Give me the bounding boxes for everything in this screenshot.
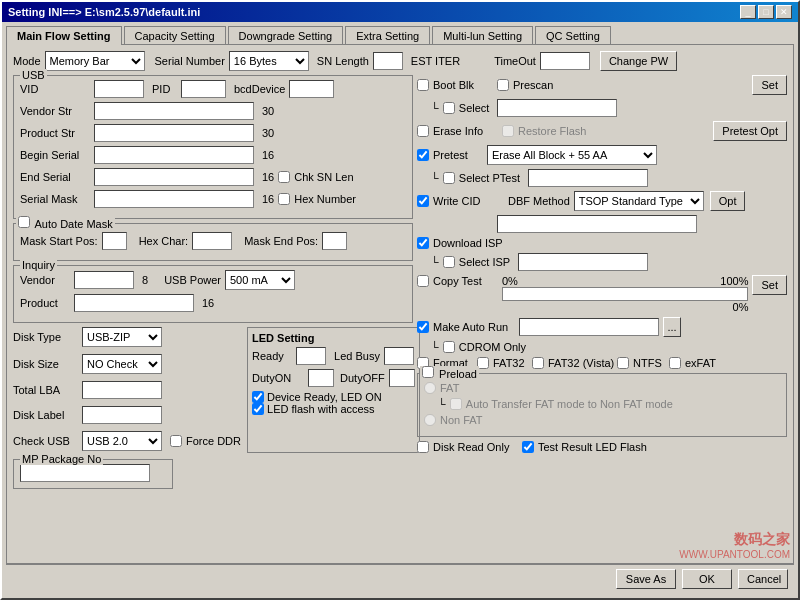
usb-power-label: USB Power	[164, 274, 221, 286]
preload-checkbox[interactable]	[422, 366, 434, 378]
end-serial-input[interactable]: AA040127999999999	[94, 168, 254, 186]
dbf-method-select[interactable]: TSOP Standard Type	[574, 191, 704, 211]
led-busy-input[interactable]: 48	[384, 347, 414, 365]
tab-qc[interactable]: QC Setting	[535, 26, 611, 45]
total-lba-label: Total LBA	[13, 384, 78, 396]
mask-start-pos-input[interactable]: 3	[102, 232, 127, 250]
test-result-led-flash-checkbox[interactable]	[522, 441, 534, 453]
ok-button[interactable]: OK	[682, 569, 732, 589]
non-fat-label: Non FAT	[440, 414, 483, 426]
main-content: Main Flow Setting Capacity Setting Downg…	[2, 22, 798, 597]
tab-main-flow[interactable]: Main Flow Setting	[6, 26, 122, 45]
chk-sn-len-checkbox[interactable]	[278, 171, 290, 183]
led-ready-input[interactable]: 3	[296, 347, 326, 365]
inquiry-vendor-input[interactable]: SMI	[74, 271, 134, 289]
mask-start-pos-label: Mask Start Pos:	[20, 235, 98, 247]
non-fat-radio[interactable]	[424, 414, 436, 426]
cdrom-only-checkbox[interactable]	[443, 341, 455, 353]
force-ddr-label: Force DDR	[186, 435, 241, 447]
led-duty-off-input[interactable]: 0	[389, 369, 415, 387]
maximize-button[interactable]: □	[758, 5, 774, 19]
auto-date-mask-checkbox[interactable]	[18, 216, 30, 228]
tab-capacity[interactable]: Capacity Setting	[124, 26, 226, 45]
ntfs-checkbox[interactable]	[617, 357, 629, 369]
serial-mask-input[interactable]: AA#############	[94, 190, 254, 208]
disk-label-input[interactable]: TWSD	[82, 406, 162, 424]
pretest-checkbox[interactable]	[417, 149, 429, 161]
make-auto-run-label: Make Auto Run	[433, 321, 515, 333]
hex-char-input[interactable]	[192, 232, 232, 250]
select-label: Select	[459, 102, 490, 114]
select-input[interactable]	[497, 99, 617, 117]
pretest-opt-button[interactable]: Pretest Opt	[713, 121, 787, 141]
download-isp-checkbox[interactable]	[417, 237, 429, 249]
set-button[interactable]: Set	[752, 75, 787, 95]
tab-multi-lun[interactable]: Multi-lun Setting	[432, 26, 533, 45]
pretest-select[interactable]: Erase All Block + 55 AA	[487, 145, 657, 165]
select-checkbox[interactable]	[443, 102, 455, 114]
check-usb-select[interactable]: USB 2.0	[82, 431, 162, 451]
mp-package-input[interactable]: M1004v1	[20, 464, 150, 482]
bcd-device-input[interactable]: 1100	[289, 80, 334, 98]
boot-blk-checkbox[interactable]	[417, 79, 429, 91]
select-isp-input[interactable]	[518, 253, 648, 271]
restore-flash-checkbox[interactable]	[502, 125, 514, 137]
tab-extra[interactable]: Extra Setting	[345, 26, 430, 45]
erase-info-checkbox[interactable]	[417, 125, 429, 137]
inquiry-vendor-row: Vendor SMI 8 USB Power 500 mA	[20, 270, 406, 290]
timeout-input[interactable]: 10000	[540, 52, 590, 70]
pid-input[interactable]: 1000	[181, 80, 226, 98]
select-ptest-row: └ Select PTest	[431, 169, 787, 187]
set-copy-button[interactable]: Set	[752, 275, 787, 295]
vendor-str-input[interactable]: SMI Corporation	[94, 102, 254, 120]
led-flash-access-checkbox[interactable]	[252, 403, 264, 415]
led-ready-label: Ready	[252, 350, 292, 362]
hex-number-checkbox[interactable]	[278, 193, 290, 205]
make-auto-run-checkbox[interactable]	[417, 321, 429, 333]
auto-transfer-label: Auto Transfer FAT mode to Non FAT mode	[466, 398, 673, 410]
begin-serial-row: Begin Serial AA000000000010744 16	[20, 146, 406, 164]
mask-end-pos-input[interactable]: 10	[322, 232, 347, 250]
tab-downgrade[interactable]: Downgrade Setting	[228, 26, 344, 45]
select-ptest-checkbox[interactable]	[443, 172, 455, 184]
inquiry-product-row: Product USB DISK 16	[20, 294, 406, 312]
disk-size-select[interactable]: NO Check	[82, 354, 162, 374]
write-cid-extra-input[interactable]	[497, 215, 697, 233]
vendor-str-label: Vendor Str	[20, 105, 90, 117]
led-duty-on-input[interactable]: 0	[308, 369, 334, 387]
change-pw-button[interactable]: Change PW	[600, 51, 677, 71]
disk-type-select[interactable]: USB-ZIP	[82, 327, 162, 347]
prescan-checkbox[interactable]	[497, 79, 509, 91]
force-ddr-checkbox[interactable]	[170, 435, 182, 447]
total-lba-input[interactable]: 0	[82, 381, 162, 399]
device-ready-led-on-checkbox[interactable]	[252, 391, 264, 403]
select-isp-checkbox[interactable]	[443, 256, 455, 268]
inquiry-product-input[interactable]: USB DISK	[74, 294, 194, 312]
write-cid-checkbox[interactable]	[417, 195, 429, 207]
serial-number-select[interactable]: 16 Bytes	[229, 51, 309, 71]
cancel-button[interactable]: Cancel	[738, 569, 788, 589]
make-auto-run-input[interactable]: E:\3257enit\x64DBC.ISO	[519, 318, 659, 336]
auto-transfer-checkbox[interactable]	[450, 398, 462, 410]
copy-test-checkbox[interactable]	[417, 275, 429, 287]
usb-power-select[interactable]: 500 mA	[225, 270, 295, 290]
disk-read-only-checkbox[interactable]	[417, 441, 429, 453]
make-auto-run-browse-button[interactable]: ...	[663, 317, 681, 337]
exfat-checkbox[interactable]	[669, 357, 681, 369]
sn-length-input[interactable]: 16	[373, 52, 403, 70]
close-button[interactable]: ✕	[776, 5, 792, 19]
download-isp-label: Download ISP	[433, 237, 503, 249]
begin-serial-input[interactable]: AA000000000010744	[94, 146, 254, 164]
inquiry-product-len: 16	[202, 297, 214, 309]
product-str-input[interactable]: USB DISK	[94, 124, 254, 142]
mode-select[interactable]: Memory Bar	[45, 51, 145, 71]
erase-info-label: Erase Info	[433, 125, 498, 137]
select-ptest-input[interactable]	[528, 169, 648, 187]
fat32-vista-checkbox[interactable]	[532, 357, 544, 369]
opt-button[interactable]: Opt	[710, 191, 746, 211]
fat-radio[interactable]	[424, 382, 436, 394]
vid-input[interactable]: 090C	[94, 80, 144, 98]
minimize-button[interactable]: _	[740, 5, 756, 19]
save-as-button[interactable]: Save As	[616, 569, 676, 589]
led-duty-on-label: DutyON	[252, 372, 304, 384]
